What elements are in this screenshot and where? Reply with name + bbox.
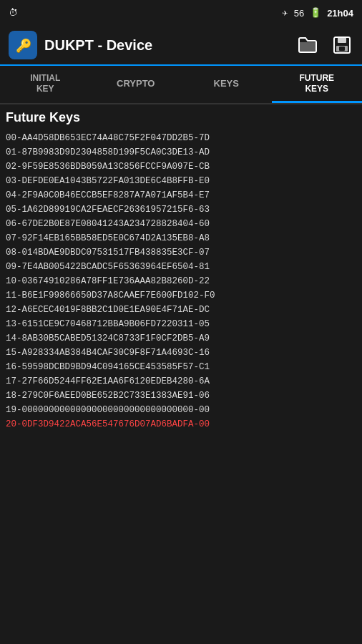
key-row: 05-1A62D89919CA2FEAECF26361957215F6-63 [6,203,356,217]
app-bar: 🔑 DUKPT - Device [0,26,362,66]
key-row: 20-0DF3D9422ACA56E547676D07AD6BADFA-00 [6,417,356,431]
status-icons: ✈ 56 🔋 21h04 [283,7,353,19]
key-row: 15-A928334AB384B4CAF30C9F8F71A4693C-16 [6,346,356,360]
keys-list: 00-AA4D58DB653EC74A48C75F2F047DD2B5-7D01… [6,131,356,431]
key-row: 03-DEFDE0EA1043B5722FA013DE6C4B8FFB-E0 [6,174,356,188]
app-icon: 🔑 [9,31,37,59]
key-row: 18-279C0F6AEED0BE652B2C733E1383AE91-06 [6,389,356,403]
key-row: 01-87B9983D9D2304858D199F5CA0C3DE13-AD [6,145,356,160]
svg-rect-5 [339,47,345,51]
tab-crypto[interactable]: CRYPTO [91,66,182,103]
section-title: Future Keys [6,110,356,125]
key-row: 19-00000000000000000000000000000000-00 [6,403,356,417]
time-display: 21h04 [327,8,353,19]
clock-icon: ⏱ [9,8,18,19]
key-row: 02-9F59E8536BDB059A13C856FCCF9A097E-CB [6,160,356,174]
key-row: 00-AA4D58DB653EC74A48C75F2F047DD2B5-7D [6,131,356,145]
tab-future-keys[interactable]: FUTUREKEYS [272,66,363,103]
key-row: 08-014BDAE9DBDC07531517FB438835E3CF-07 [6,245,356,260]
tab-keys[interactable]: KEYS [181,66,272,103]
tab-initial-key[interactable]: INITIALKEY [0,66,91,103]
save-button[interactable] [331,34,353,57]
key-row: 11-B6E1F99866650D37A8CAAEF7E600FD102-F0 [6,288,356,303]
key-row: 09-7E4AB005422BCADC5F65363964EF6504-81 [6,260,356,274]
key-row: 06-67DE2B0E87E08041243A234728828404-60 [6,217,356,231]
key-row: 04-2F9A0C0B46ECCB5EF8287A7A071AF5B4-E7 [6,188,356,203]
app-bar-actions [296,34,353,57]
app-title: DUKPT - Device [44,37,296,54]
svg-text:🔑: 🔑 [16,38,32,54]
key-row: 07-92F14EB165BB58ED5E0C674D2A135EB8-A8 [6,231,356,245]
folder-button[interactable] [296,34,319,57]
key-row: 16-59598DCBD9BD94C094165CE453585F57-C1 [6,360,356,374]
key-row: 17-27F66D5244FF62E1AA6F6120EDEB4280-6A [6,374,356,389]
battery-icon: 🔋 [310,7,321,19]
key-row: 10-03674910286A78FF1E736AAA82B8260D-22 [6,274,356,288]
status-left: ⏱ [9,8,277,19]
status-bar: ⏱ ✈ 56 🔋 21h04 [0,0,362,26]
airplane-icon: ✈ [283,7,288,19]
svg-rect-3 [338,37,346,43]
key-row: 14-8AB30B5CABED51324C8733F1F0CF2DB5-A9 [6,331,356,346]
content-area: Future Keys 00-AA4D58DB653EC74A48C75F2F0… [0,104,362,644]
battery-level: 56 [294,8,304,19]
key-row: 12-A6ECEC4019F8BB2C1D0E1EA90E4F71AE-DC [6,303,356,317]
key-row: 13-6151CE9C70468712BBA9B06FD7220311-05 [6,317,356,331]
tabs: INITIALKEY CRYPTO KEYS FUTUREKEYS [0,66,362,104]
app-logo-icon: 🔑 [14,36,32,54]
